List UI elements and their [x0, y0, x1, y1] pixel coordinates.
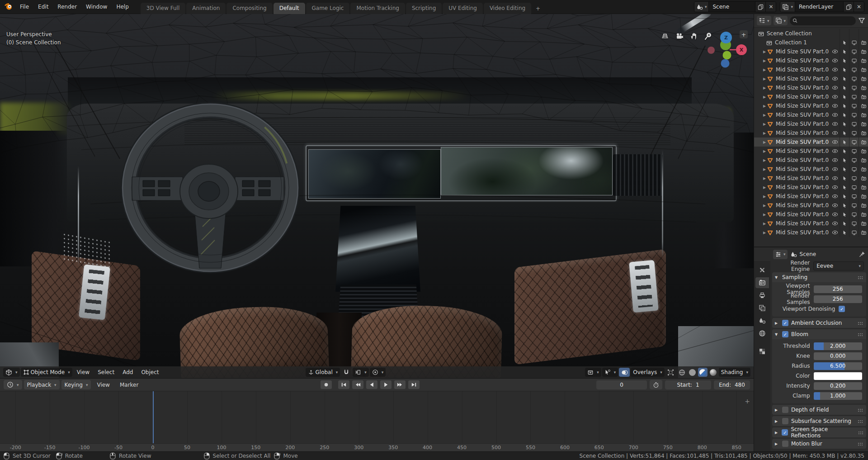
frame-start-field[interactable]: Start: 1 [665, 380, 711, 389]
outliner-item-label[interactable]: Mid Size SUV Part.0 [776, 175, 830, 181]
outliner-row[interactable]: ▶Mid Size SUV Part.0 [754, 174, 868, 183]
outliner-search-input[interactable] [799, 17, 853, 24]
panel-checkbox[interactable] [782, 407, 788, 413]
frame-end-field[interactable]: End: 480 [714, 380, 750, 389]
expand-icon[interactable]: ▶ [762, 122, 767, 126]
renderlayer-name[interactable]: RenderLayer [795, 4, 843, 10]
outliner-item-label[interactable]: Mid Size SUV Part.0 [776, 193, 830, 199]
jump-end-button[interactable] [408, 380, 420, 389]
expand-icon[interactable]: ▶ [762, 213, 767, 217]
menu-edit[interactable]: Edit [33, 0, 53, 14]
value-slider[interactable]: 2.000 [814, 342, 862, 350]
properties-editor-type-button[interactable]: ▾ [773, 250, 788, 259]
outliner-row[interactable]: ▶Mid Size SUV Part.0 [754, 74, 868, 83]
outliner-item-label[interactable]: Collection 1 [775, 39, 830, 46]
viewport-3d[interactable]: User Perspective (0) Scene Collection + … [0, 14, 754, 378]
workspace-tab-3d-view-full[interactable]: 3D View Full [141, 3, 186, 14]
outliner-row[interactable]: ▶Mid Size SUV Part.0 [754, 92, 868, 101]
properties-tab-scene[interactable] [755, 315, 769, 326]
workspace-tab-motion-tracking[interactable]: Motion Tracking [350, 3, 405, 14]
workspace-tab-animation[interactable]: Animation [186, 3, 226, 14]
scene-name[interactable]: Scene [709, 4, 755, 10]
expand-icon[interactable]: ▶ [762, 77, 767, 81]
shading-solid-button[interactable] [688, 368, 697, 377]
menu-help[interactable]: Help [112, 0, 133, 14]
outliner-row[interactable]: ▶Mid Size SUV Part.0 [754, 65, 868, 74]
gizmo-axis-minus-z[interactable] [721, 59, 730, 68]
outliner-item-label[interactable]: Mid Size SUV Part.0 [776, 112, 830, 118]
pan-view-icon[interactable] [689, 31, 699, 41]
mode-selector[interactable]: Object Mode ▾ [21, 368, 72, 377]
expand-icon[interactable]: ▶ [762, 194, 767, 199]
zoom-view-icon[interactable] [703, 31, 713, 41]
jump-start-button[interactable] [338, 380, 349, 389]
outliner-item-label[interactable]: Mid Size SUV Part.0 [776, 121, 830, 127]
workspace-tab-uv-editing[interactable]: UV Editing [443, 3, 483, 14]
panel-header-screen-space-reflections[interactable]: ▶✓Screen Space Reflections [772, 427, 866, 437]
outliner-item-label[interactable]: Mid Size SUV Part.0 [776, 220, 830, 227]
shading-rendered-button[interactable] [708, 368, 718, 377]
outliner-row[interactable]: ▶Mid Size SUV Part.0 [754, 47, 868, 56]
record-button[interactable] [321, 380, 332, 389]
expand-icon[interactable]: ▶ [762, 158, 767, 162]
expand-icon[interactable]: ▶ [762, 59, 767, 63]
expand-icon[interactable]: ▼ [775, 275, 779, 280]
workspace-tab-compositing[interactable]: Compositing [226, 3, 272, 14]
timeline-menu-view[interactable]: View [93, 382, 113, 388]
prev-key-button[interactable] [352, 380, 363, 389]
toggle-perspective-icon[interactable] [660, 31, 670, 41]
snap-target-selector[interactable]: ▾ [353, 368, 369, 377]
timeline-ruler[interactable]: -200-150-100-500501001502002503003504004… [0, 443, 754, 451]
expand-icon[interactable]: ▶ [775, 419, 779, 423]
expand-icon[interactable]: ▶ [762, 86, 767, 90]
outliner-item-label[interactable]: Mid Size SUV Part.0 [776, 85, 830, 91]
proportional-editing-selector[interactable]: ▾ [370, 368, 386, 377]
outliner-row[interactable]: ▶Mid Size SUV Part.0 [754, 165, 868, 174]
add-workspace-button[interactable]: + [532, 3, 544, 14]
value-slider[interactable]: 256 [814, 285, 862, 293]
outliner-row[interactable]: ▶Mid Size SUV Part.0 [754, 219, 868, 228]
outliner-item-label[interactable]: Mid Size SUV Part.0 [776, 57, 830, 64]
outliner-item-label[interactable]: Mid Size SUV Part.0 [776, 211, 830, 218]
camera-view-icon[interactable] [675, 31, 684, 41]
outliner-search[interactable] [790, 16, 856, 25]
properties-tab-render[interactable] [755, 277, 769, 288]
properties-tab-texture[interactable] [755, 346, 769, 357]
gizmo-axis-z[interactable] [720, 32, 732, 43]
properties-tab-world[interactable] [755, 328, 769, 339]
viewport-denoising-checkbox[interactable]: ✓ [839, 306, 845, 312]
outliner-row[interactable]: ▶Mid Size SUV Part.0 [754, 228, 868, 237]
panel-checkbox[interactable] [782, 441, 788, 447]
value-slider[interactable]: 0.000 [814, 352, 862, 360]
expand-icon[interactable]: ▶ [762, 176, 767, 180]
expand-icon[interactable]: ▶ [762, 222, 767, 226]
outliner-item-label[interactable]: Mid Size SUV Part.0 [776, 66, 830, 73]
scene-selector[interactable]: ▾ Scene ✕ [694, 1, 777, 12]
renderlayer-copy-button[interactable] [843, 2, 854, 12]
next-key-button[interactable] [394, 380, 406, 389]
panel-header-depth-of-field[interactable]: ▶Depth of Field [772, 405, 866, 415]
expand-icon[interactable]: ▶ [762, 131, 767, 135]
expand-icon[interactable]: ▶ [762, 149, 767, 153]
shading-material-button[interactable] [698, 368, 708, 377]
outliner-item-label[interactable]: Mid Size SUV Part.0 [776, 157, 830, 163]
scene-unlink-button[interactable]: ✕ [765, 2, 776, 12]
outliner-item-label[interactable]: Mid Size SUV Part.0 [776, 229, 830, 236]
gizmos-toggle[interactable] [665, 368, 676, 377]
play-rev-button[interactable] [366, 380, 377, 389]
snap-toggle[interactable] [341, 368, 352, 377]
panel-checkbox[interactable]: ✓ [782, 320, 788, 326]
use-preview-range-button[interactable] [650, 380, 662, 389]
properties-tab-view-layer[interactable] [755, 303, 769, 313]
outliner-item-label[interactable]: Mid Size SUV Part.0 [776, 76, 830, 82]
expand-icon[interactable]: ▶ [762, 104, 767, 108]
outliner-row[interactable]: ▶Mid Size SUV Part.0 [754, 192, 868, 201]
panel-checkbox[interactable]: ✓ [782, 429, 788, 436]
renderlayer-remove-button[interactable]: ✕ [854, 2, 864, 12]
panel-header-sampling[interactable]: ▼Sampling [772, 272, 866, 282]
workspace-tab-scripting[interactable]: Scripting [406, 3, 442, 14]
outliner-row[interactable]: ▶Mid Size SUV Part.0 [754, 156, 868, 165]
outliner-display-mode-button[interactable]: ▾ [774, 16, 788, 25]
render-engine-select[interactable]: Eevee ▾ [813, 261, 864, 270]
outliner-row[interactable]: ▶Mid Size SUV Part.0 [754, 56, 868, 65]
